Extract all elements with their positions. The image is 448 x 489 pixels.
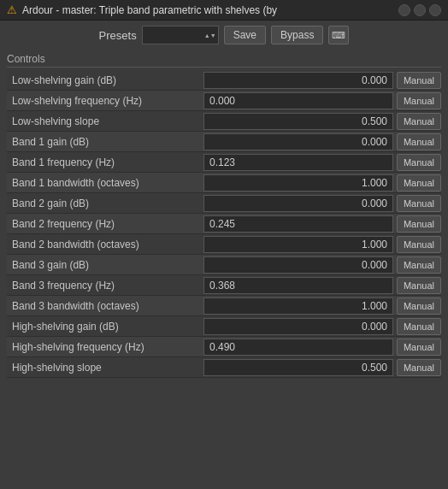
presets-label: Presets — [99, 29, 137, 42]
warning-icon: ⚠ — [7, 3, 17, 16]
control-value[interactable]: 1.000 — [203, 236, 393, 253]
table-row: Band 3 bandwidth (octaves)1.000Manual — [7, 296, 441, 316]
controls-label: Controls — [7, 53, 441, 68]
manual-button[interactable]: Manual — [397, 215, 441, 233]
table-row: Band 2 frequency (Hz)0.245Manual — [7, 214, 441, 234]
control-value[interactable]: 0.000 — [203, 195, 393, 212]
control-value[interactable]: 0.000 — [203, 72, 393, 89]
save-button[interactable]: Save — [224, 26, 266, 44]
control-name: Band 1 frequency (Hz) — [7, 156, 203, 168]
presets-select[interactable] — [142, 26, 219, 44]
control-value[interactable]: 0.500 — [203, 359, 393, 376]
table-row: Band 1 gain (dB)0.000Manual — [7, 132, 441, 152]
manual-button[interactable]: Manual — [397, 236, 441, 253]
manual-button[interactable]: Manual — [397, 133, 441, 150]
bypass-button[interactable]: Bypass — [271, 26, 323, 44]
control-name: Band 2 frequency (Hz) — [7, 218, 203, 230]
manual-button[interactable]: Manual — [397, 359, 441, 376]
keyboard-icon[interactable]: ⌨ — [328, 26, 349, 44]
manual-button[interactable]: Manual — [397, 298, 441, 315]
manual-button[interactable]: Manual — [397, 318, 441, 335]
table-row: High-shelving frequency (Hz)0.490Manual — [7, 337, 441, 357]
manual-button[interactable]: Manual — [397, 339, 441, 356]
control-name: Band 3 frequency (Hz) — [7, 280, 203, 292]
controls-section: Controls Low-shelving gain (dB)0.000Manu… — [0, 50, 448, 381]
title-text: Ardour - master: Triple band parametric … — [22, 4, 393, 16]
table-row: Band 1 bandwidth (octaves)1.000Manual — [7, 173, 441, 193]
window-controls — [398, 4, 441, 16]
table-row: Band 2 gain (dB)0.000Manual — [7, 193, 441, 214]
minimize-button[interactable] — [398, 4, 410, 16]
manual-button[interactable]: Manual — [397, 256, 441, 274]
control-name: Band 1 bandwidth (octaves) — [7, 177, 203, 189]
control-name: High-shelving frequency (Hz) — [7, 341, 203, 353]
control-value[interactable]: 0.245 — [203, 215, 393, 233]
control-value[interactable]: 0.368 — [203, 277, 393, 294]
control-value[interactable]: 0.000 — [203, 318, 393, 335]
control-name: High-shelving gain (dB) — [7, 321, 203, 333]
control-name: Band 2 gain (dB) — [7, 197, 203, 209]
control-value[interactable]: 1.000 — [203, 174, 393, 191]
table-row: Low-shelving frequency (Hz)0.000Manual — [7, 91, 441, 111]
manual-button[interactable]: Manual — [397, 72, 441, 89]
control-name: Low-shelving frequency (Hz) — [7, 95, 203, 107]
manual-button[interactable]: Manual — [397, 154, 441, 171]
manual-button[interactable]: Manual — [397, 174, 441, 191]
maximize-button[interactable] — [414, 4, 426, 16]
table-row: Band 3 frequency (Hz)0.368Manual — [7, 275, 441, 296]
control-name: Band 3 gain (dB) — [7, 259, 203, 271]
title-bar: ⚠ Ardour - master: Triple band parametri… — [0, 0, 448, 21]
control-name: Band 2 bandwidth (octaves) — [7, 239, 203, 250]
table-row: High-shelving slope0.500Manual — [7, 357, 441, 378]
table-row: Band 2 bandwidth (octaves)1.000Manual — [7, 234, 441, 255]
presets-select-wrapper — [142, 26, 219, 44]
presets-bar: Presets Save Bypass ⌨ — [0, 21, 448, 50]
control-value[interactable]: 0.123 — [203, 154, 393, 171]
control-name: Low-shelving gain (dB) — [7, 74, 203, 86]
controls-rows: Low-shelving gain (dB)0.000ManualLow-she… — [7, 70, 441, 378]
control-name: Band 1 gain (dB) — [7, 136, 203, 148]
control-name: High-shelving slope — [7, 362, 203, 374]
control-value[interactable]: 0.000 — [203, 92, 393, 109]
control-name: Low-shelving slope — [7, 115, 203, 127]
control-value[interactable]: 0.000 — [203, 133, 393, 150]
control-value[interactable]: 0.000 — [203, 256, 393, 274]
manual-button[interactable]: Manual — [397, 92, 441, 109]
manual-button[interactable]: Manual — [397, 113, 441, 130]
control-value[interactable]: 1.000 — [203, 298, 393, 315]
control-value[interactable]: 0.490 — [203, 339, 393, 356]
table-row: Low-shelving gain (dB)0.000Manual — [7, 70, 441, 91]
table-row: Low-shelving slope0.500Manual — [7, 111, 441, 132]
control-value[interactable]: 0.500 — [203, 113, 393, 130]
manual-button[interactable]: Manual — [397, 277, 441, 294]
close-button[interactable] — [429, 4, 441, 16]
table-row: Band 1 frequency (Hz)0.123Manual — [7, 152, 441, 173]
table-row: Band 3 gain (dB)0.000Manual — [7, 255, 441, 275]
manual-button[interactable]: Manual — [397, 195, 441, 212]
control-name: Band 3 bandwidth (octaves) — [7, 300, 203, 312]
table-row: High-shelving gain (dB)0.000Manual — [7, 316, 441, 337]
